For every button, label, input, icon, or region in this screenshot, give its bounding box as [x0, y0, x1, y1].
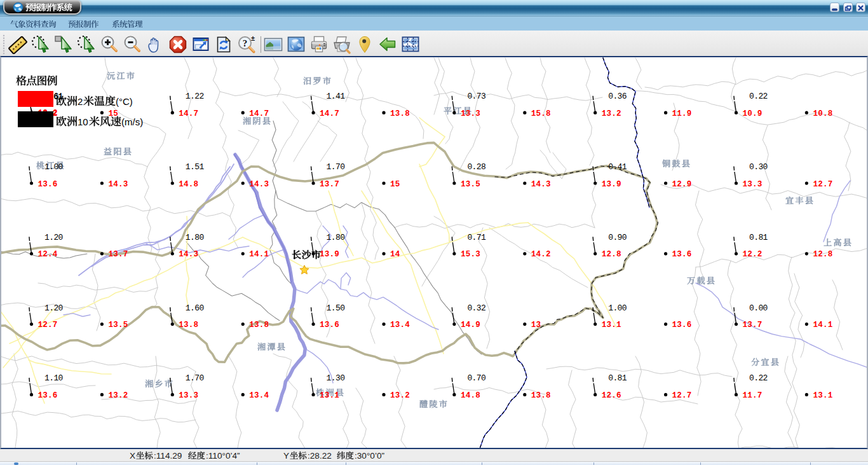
svg-text:14.1: 14.1	[813, 321, 832, 330]
svg-text:0.32: 0.32	[467, 303, 485, 313]
svg-text:15: 15	[108, 109, 118, 118]
svg-text:1.00: 1.00	[608, 303, 627, 313]
svg-text:13.9: 13.9	[602, 180, 621, 189]
svg-text:±: ±	[251, 35, 255, 42]
svg-text:13.5: 13.5	[108, 321, 128, 330]
svg-text:14.9: 14.9	[461, 321, 480, 330]
svg-text:15: 15	[390, 180, 400, 189]
svg-text:0.30: 0.30	[749, 162, 768, 172]
svg-text:1.10: 1.10	[44, 373, 63, 383]
svg-text:14.3: 14.3	[531, 180, 551, 189]
svg-text:14.2: 14.2	[531, 250, 551, 259]
svg-text:0.36: 0.36	[608, 92, 627, 101]
svg-text:2: 2	[78, 96, 83, 107]
svg-text:12.7: 12.7	[38, 321, 58, 330]
svg-text:14.7: 14.7	[179, 109, 198, 118]
svg-text:13.6: 13.6	[38, 180, 58, 189]
svg-text:0.22: 0.22	[749, 373, 768, 383]
svg-text:12.7: 12.7	[813, 180, 832, 189]
svg-text:14.8: 14.8	[461, 391, 480, 400]
svg-text:13.4: 13.4	[390, 321, 410, 330]
svg-text:13.6: 13.6	[672, 250, 692, 259]
svg-text:1.80: 1.80	[327, 233, 345, 242]
svg-text:0.71: 0.71	[467, 233, 486, 242]
svg-text:14.3: 14.3	[249, 180, 269, 189]
svg-text:12.4: 12.4	[38, 250, 58, 259]
svg-text:13.7: 13.7	[108, 250, 128, 259]
svg-text:1.41: 1.41	[327, 92, 346, 101]
svg-text:12.8: 12.8	[602, 250, 621, 259]
svg-text:0.90: 0.90	[608, 233, 627, 242]
svg-text:13.9: 13.9	[320, 250, 339, 259]
svg-text:14.7: 14.7	[320, 109, 339, 118]
svg-text:13.3: 13.3	[461, 109, 480, 118]
svg-text:(m/s): (m/s)	[121, 116, 143, 127]
svg-text:14.3: 14.3	[108, 180, 128, 189]
svg-text:13.7: 13.7	[743, 321, 763, 330]
svg-text:13.8: 13.8	[249, 321, 269, 330]
svg-text:13.8: 13.8	[531, 391, 551, 400]
svg-text:11.7: 11.7	[743, 391, 763, 400]
svg-text:13.3: 13.3	[179, 391, 198, 400]
svg-text:0.22: 0.22	[749, 92, 768, 101]
svg-text:13.7: 13.7	[320, 180, 339, 189]
svg-text:1.20: 1.20	[44, 233, 63, 242]
svg-text:10: 10	[78, 116, 88, 127]
svg-text:15.3: 15.3	[461, 250, 480, 259]
svg-text:0.00: 0.00	[749, 303, 768, 313]
svg-text:12.9: 12.9	[672, 180, 692, 189]
svg-text:13: 13	[531, 321, 541, 330]
svg-text:(°C): (°C)	[116, 96, 133, 107]
svg-text:0.28: 0.28	[467, 162, 485, 172]
svg-text:13.3: 13.3	[743, 180, 763, 189]
svg-text:2: 2	[53, 109, 58, 118]
svg-text:1.50: 1.50	[327, 303, 345, 313]
svg-text:14: 14	[390, 250, 400, 259]
svg-text:1.00: 1.00	[44, 162, 63, 172]
svg-text:15.8: 15.8	[531, 109, 551, 118]
svg-text:0.41: 0.41	[608, 162, 627, 172]
svg-text:13.8: 13.8	[179, 321, 198, 330]
svg-text:13.2: 13.2	[390, 391, 410, 400]
svg-text:?: ?	[243, 38, 248, 48]
svg-text:10.8: 10.8	[813, 109, 832, 118]
svg-text:13.6: 13.6	[38, 391, 58, 400]
svg-text:0.70: 0.70	[467, 373, 485, 383]
svg-text:1.22: 1.22	[186, 92, 204, 101]
svg-text:13.1: 13.1	[320, 391, 339, 400]
svg-text:12.6: 12.6	[602, 391, 621, 400]
svg-text:1.60: 1.60	[186, 303, 204, 313]
svg-text:10.9: 10.9	[743, 109, 763, 118]
svg-text:0.81: 0.81	[608, 373, 627, 383]
svg-text:12.7: 12.7	[672, 391, 692, 400]
svg-text:13.1: 13.1	[813, 391, 832, 400]
svg-text:14.3: 14.3	[179, 250, 198, 259]
svg-text:11.9: 11.9	[672, 109, 692, 118]
svg-text:12.8: 12.8	[813, 250, 832, 259]
svg-text:13.8: 13.8	[390, 109, 410, 118]
svg-text:14.7: 14.7	[249, 109, 269, 118]
svg-text:14.8: 14.8	[179, 180, 198, 189]
svg-text:13.4: 13.4	[249, 391, 269, 400]
svg-text:14.1: 14.1	[249, 250, 269, 259]
svg-text:1.20: 1.20	[44, 303, 63, 313]
svg-text:0.73: 0.73	[467, 92, 485, 101]
svg-text:13.6: 13.6	[320, 321, 339, 330]
svg-text:13.1: 13.1	[602, 321, 621, 330]
svg-text:1.51: 1.51	[186, 162, 205, 172]
svg-text:13.2: 13.2	[108, 391, 128, 400]
svg-text:1.30: 1.30	[327, 373, 345, 383]
svg-text:1.70: 1.70	[186, 373, 204, 383]
svg-text:0.81: 0.81	[749, 233, 768, 242]
svg-text:1.70: 1.70	[327, 162, 345, 172]
svg-text:12.2: 12.2	[743, 250, 763, 259]
svg-text:13.6: 13.6	[672, 321, 692, 330]
svg-text:1.80: 1.80	[186, 233, 204, 242]
svg-text:13.2: 13.2	[602, 109, 621, 118]
svg-text:13.5: 13.5	[461, 180, 480, 189]
